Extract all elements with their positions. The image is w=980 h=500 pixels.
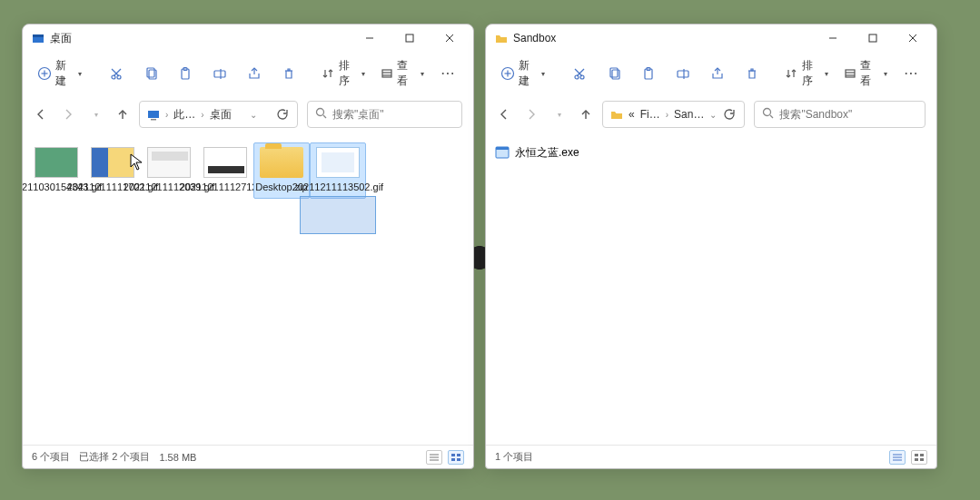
crumb-overflow[interactable]: « <box>629 108 635 121</box>
content-pane[interactable]: 20211030154343.gif 20211211111702.gif 20… <box>23 133 473 445</box>
cut-button[interactable] <box>101 58 132 89</box>
search-icon <box>315 107 327 122</box>
search-box[interactable]: 搜索"Sandbox" <box>754 101 926 128</box>
crumb-2[interactable]: San… <box>674 108 704 121</box>
chevron-down-icon: ▾ <box>78 70 82 78</box>
chevron-down-icon[interactable]: ⌄ <box>250 110 257 120</box>
details-view-button[interactable] <box>426 450 442 465</box>
refresh-button[interactable] <box>275 107 290 122</box>
content-pane[interactable]: 永恒之蓝.exe <box>486 133 936 445</box>
file-name: 永恒之蓝.exe <box>515 145 579 161</box>
nav-row: ▾ › 此… › 桌面 ⌄ 搜索"桌面" <box>23 95 473 133</box>
rename-button[interactable] <box>668 58 698 89</box>
copy-icon <box>143 65 159 82</box>
close-button[interactable] <box>893 25 933 51</box>
maximize-button[interactable] <box>390 25 430 51</box>
search-box[interactable]: 搜索"桌面" <box>307 101 462 128</box>
window-title: Sandbox <box>513 32 556 44</box>
file-thumbnail <box>91 147 134 178</box>
sort-label: 排序 <box>339 58 357 89</box>
refresh-button[interactable] <box>722 107 737 122</box>
svg-rect-32 <box>457 458 460 461</box>
paste-button[interactable] <box>633 58 664 89</box>
forward-button[interactable] <box>524 107 539 122</box>
explorer-window-sandbox: Sandbox 新建 ▾ 排序 ▾ 查看 ▾ ··· <box>485 24 937 469</box>
recent-button[interactable]: ▾ <box>88 107 103 122</box>
view-icon <box>843 65 856 82</box>
selection-rectangle <box>300 196 376 234</box>
copy-icon <box>606 65 622 82</box>
close-button[interactable] <box>430 25 470 51</box>
file-item[interactable]: 永恒之蓝.exe <box>486 142 936 162</box>
new-button[interactable]: 新建 ▾ <box>495 58 550 89</box>
forward-button[interactable] <box>61 107 75 122</box>
zip-icon <box>260 147 303 178</box>
paste-button[interactable] <box>170 58 201 89</box>
svg-rect-50 <box>846 70 855 77</box>
more-button[interactable]: ··· <box>433 58 464 89</box>
cut-button[interactable] <box>564 58 595 89</box>
rename-icon <box>212 65 228 82</box>
file-item[interactable]: 20211211112712.gif <box>197 142 253 199</box>
status-item-count: 1 个项目 <box>495 450 533 464</box>
maximize-button[interactable] <box>853 25 893 51</box>
back-button[interactable] <box>34 107 48 122</box>
address-bar[interactable]: › 此… › 桌面 ⌄ <box>139 101 298 128</box>
folder-icon <box>495 32 508 44</box>
chevron-down-icon: ▾ <box>361 70 365 78</box>
up-button[interactable] <box>579 107 593 122</box>
file-item[interactable]: 20211211113502.gif <box>310 142 366 199</box>
crumb-1[interactable]: 此… <box>173 107 195 123</box>
delete-button[interactable] <box>737 58 767 89</box>
address-bar[interactable]: « Fi… › San… ⌄ <box>602 101 745 128</box>
copy-button[interactable] <box>135 58 166 89</box>
recent-button[interactable]: ▾ <box>551 107 566 122</box>
share-button[interactable] <box>239 58 270 89</box>
svg-rect-23 <box>151 119 156 121</box>
details-view-button[interactable] <box>889 450 906 465</box>
share-icon <box>246 65 262 82</box>
minimize-button[interactable] <box>813 25 853 51</box>
file-name: 20211211113502.gif <box>292 181 383 194</box>
crumb-1[interactable]: Fi… <box>640 108 660 121</box>
chevron-down-icon[interactable]: ⌄ <box>709 110 717 120</box>
clipboard-icon <box>177 65 193 82</box>
plus-circle-icon <box>500 65 515 82</box>
rename-button[interactable] <box>204 58 235 89</box>
svg-rect-62 <box>915 458 918 461</box>
chevron-down-icon: ▾ <box>541 70 545 78</box>
view-icon <box>380 65 393 82</box>
delete-button[interactable] <box>273 58 304 89</box>
new-label: 新建 <box>55 58 73 89</box>
trash-icon <box>744 65 760 82</box>
sort-button[interactable]: 排序 ▾ <box>779 58 835 89</box>
chevron-right-icon: › <box>165 110 168 120</box>
sort-button[interactable]: 排序 ▾ <box>316 58 371 89</box>
new-label: 新建 <box>519 58 536 89</box>
share-button[interactable] <box>702 58 733 89</box>
minimize-button[interactable] <box>350 25 390 51</box>
nav-arrows: ▾ <box>497 107 593 122</box>
view-button[interactable]: 查看 ▾ <box>374 58 430 89</box>
svg-point-53 <box>764 109 771 116</box>
nav-row: ▾ « Fi… › San… ⌄ 搜索"Sandbox" <box>486 95 936 133</box>
back-button[interactable] <box>497 107 511 122</box>
view-button[interactable]: 查看 ▾ <box>837 58 893 89</box>
trash-icon <box>281 65 297 82</box>
file-thumbnail <box>316 147 360 178</box>
more-icon: ··· <box>905 67 919 80</box>
new-button[interactable]: 新建 ▾ <box>32 58 87 89</box>
plus-circle-icon <box>37 65 52 82</box>
crumb-2[interactable]: 桌面 <box>210 107 232 123</box>
folder-icon <box>610 108 623 121</box>
svg-line-54 <box>770 115 773 118</box>
icons-view-button[interactable] <box>911 450 927 465</box>
copy-button[interactable] <box>599 58 629 89</box>
titlebar[interactable]: 桌面 <box>23 25 473 52</box>
more-button[interactable]: ··· <box>896 58 927 89</box>
up-button[interactable] <box>115 107 130 122</box>
icons-view-button[interactable] <box>448 450 464 465</box>
toolbar: 新建 ▾ 排序 ▾ 查看 ▾ ··· <box>486 52 936 95</box>
titlebar[interactable]: Sandbox <box>486 25 936 52</box>
clipboard-icon <box>640 65 657 82</box>
